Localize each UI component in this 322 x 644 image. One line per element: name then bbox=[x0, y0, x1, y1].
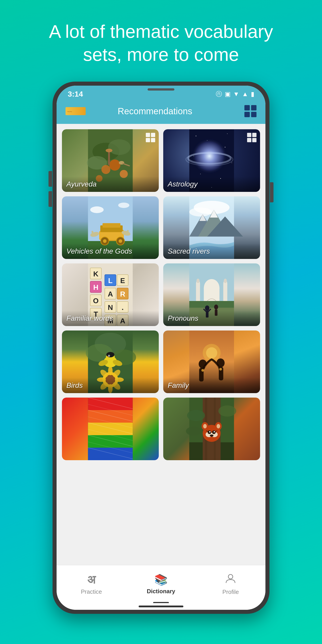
birds-label: Birds bbox=[62, 378, 159, 393]
dictionary-active-indicator bbox=[153, 602, 169, 603]
svg-point-88 bbox=[214, 304, 218, 310]
familiar-words-label: Familiar words bbox=[62, 310, 159, 326]
card-familiar-words[interactable]: K H O T L E bbox=[62, 264, 159, 326]
svg-rect-33 bbox=[103, 223, 120, 228]
cards-grid: Ayurveda bbox=[62, 129, 260, 465]
card-feathers[interactable] bbox=[62, 398, 159, 460]
svg-point-152 bbox=[209, 431, 211, 432]
nav-item-practice[interactable]: अ Practice bbox=[56, 565, 126, 603]
sacred-rivers-label: Sacred rivers bbox=[163, 244, 260, 259]
card-birds[interactable]: Birds bbox=[62, 330, 159, 393]
svg-point-121 bbox=[202, 369, 204, 372]
practice-icon: अ bbox=[87, 573, 96, 586]
svg-point-37 bbox=[119, 239, 122, 243]
svg-point-5 bbox=[109, 160, 120, 170]
svg-point-20 bbox=[200, 174, 201, 174]
svg-text:A: A bbox=[108, 290, 113, 298]
svg-text:R: R bbox=[120, 290, 125, 298]
svg-point-8 bbox=[106, 149, 112, 152]
grid-cell-4 bbox=[251, 112, 256, 117]
svg-point-3 bbox=[108, 139, 130, 155]
phone-body: 3:14 ⓝ ▣ ▼ ▲ ▮ ~~ Recommendations bbox=[52, 82, 270, 614]
svg-point-143 bbox=[187, 410, 205, 421]
grid-cell-2 bbox=[251, 105, 256, 110]
svg-text:K: K bbox=[93, 270, 98, 278]
nfc-icon: ⓝ bbox=[216, 90, 222, 98]
phone-screen: 3:14 ⓝ ▣ ▼ ▲ ▮ ~~ Recommendations bbox=[56, 86, 266, 610]
app-header: ~~ Recommendations bbox=[56, 100, 266, 124]
card-sacred-rivers[interactable]: Sacred rivers bbox=[163, 196, 260, 259]
vehicles-label: Vehicles of the Gods bbox=[62, 244, 159, 259]
grid-cell-1 bbox=[244, 105, 250, 110]
wifi-icon: ▼ bbox=[233, 90, 240, 98]
svg-point-83 bbox=[224, 278, 227, 283]
red-panda-bg bbox=[163, 398, 260, 460]
astrology-label: Astrology bbox=[163, 176, 260, 192]
nav-item-profile[interactable]: Profile bbox=[196, 565, 266, 603]
volume-down-button[interactable] bbox=[48, 191, 52, 207]
card-family[interactable]: Family bbox=[163, 330, 260, 393]
card-astrology[interactable]: Astrology bbox=[163, 129, 260, 192]
svg-point-16 bbox=[207, 140, 208, 141]
pronouns-label: Pronouns bbox=[163, 310, 260, 326]
home-indicator bbox=[56, 603, 266, 610]
grid-view-icon[interactable] bbox=[244, 105, 256, 117]
svg-rect-7 bbox=[108, 152, 110, 165]
phone-frame: 3:14 ⓝ ▣ ▼ ▲ ▮ ~~ Recommendations bbox=[52, 82, 270, 614]
card-pronouns[interactable]: Pronouns bbox=[163, 264, 260, 326]
dictionary-label: Dictionary bbox=[147, 588, 175, 595]
bottom-nav: अ Practice 📚 Dictionary bbox=[56, 565, 266, 603]
svg-text:E: E bbox=[120, 276, 125, 285]
speaker-notch bbox=[148, 88, 174, 90]
svg-text:N: N bbox=[108, 304, 113, 312]
grid-cell-3 bbox=[244, 112, 250, 117]
svg-point-23 bbox=[195, 142, 224, 170]
svg-point-156 bbox=[203, 424, 207, 428]
svg-point-149 bbox=[210, 434, 214, 437]
svg-text:H: H bbox=[93, 283, 98, 291]
card-ayurveda[interactable]: Ayurveda bbox=[62, 129, 159, 192]
svg-point-122 bbox=[219, 368, 222, 370]
svg-point-98 bbox=[108, 366, 113, 375]
hero-heading: A lot of thematic vocabulary sets, more … bbox=[31, 20, 291, 66]
practice-label: Practice bbox=[81, 588, 102, 595]
nav-item-dictionary[interactable]: 📚 Dictionary bbox=[126, 565, 196, 603]
svg-point-144 bbox=[218, 406, 236, 416]
svg-point-44 bbox=[190, 208, 212, 216]
svg-point-157 bbox=[217, 424, 220, 428]
svg-point-158 bbox=[228, 574, 233, 579]
scroll-content[interactable]: Ayurveda bbox=[56, 124, 266, 565]
svg-text:.: . bbox=[122, 304, 124, 312]
dictionary-icon: 📚 bbox=[154, 574, 168, 586]
astrology-grid-icon bbox=[247, 133, 256, 142]
svg-point-19 bbox=[232, 162, 232, 163]
signal-icon: ▲ bbox=[242, 90, 248, 98]
home-bar bbox=[139, 606, 183, 607]
svg-point-18 bbox=[194, 156, 194, 156]
family-label: Family bbox=[163, 378, 260, 393]
ayurveda-grid-icon bbox=[146, 133, 155, 142]
svg-point-86 bbox=[205, 306, 210, 311]
ayurveda-label: Ayurveda bbox=[62, 176, 159, 192]
status-icons: ⓝ ▣ ▼ ▲ ▮ bbox=[216, 90, 254, 98]
profile-icon bbox=[225, 573, 236, 587]
svg-point-14 bbox=[196, 136, 196, 136]
feathers-bg bbox=[62, 398, 159, 460]
svg-point-15 bbox=[227, 134, 228, 134]
power-button[interactable] bbox=[270, 182, 274, 202]
svg-text:O: O bbox=[93, 297, 98, 305]
sim-icon: ▣ bbox=[225, 90, 230, 98]
svg-text:L: L bbox=[108, 276, 113, 285]
status-time: 3:14 bbox=[68, 90, 83, 98]
svg-point-82 bbox=[196, 278, 200, 283]
svg-point-28 bbox=[90, 206, 104, 213]
svg-point-35 bbox=[103, 239, 107, 243]
card-red-panda[interactable] bbox=[163, 398, 260, 460]
profile-label: Profile bbox=[222, 588, 239, 596]
svg-point-29 bbox=[118, 202, 130, 208]
svg-point-145 bbox=[186, 427, 202, 436]
battery-icon: ▮ bbox=[251, 90, 254, 98]
volume-up-button[interactable] bbox=[48, 171, 52, 187]
card-vehicles[interactable]: Vehicles of the Gods bbox=[62, 196, 159, 259]
svg-point-111 bbox=[109, 355, 110, 356]
